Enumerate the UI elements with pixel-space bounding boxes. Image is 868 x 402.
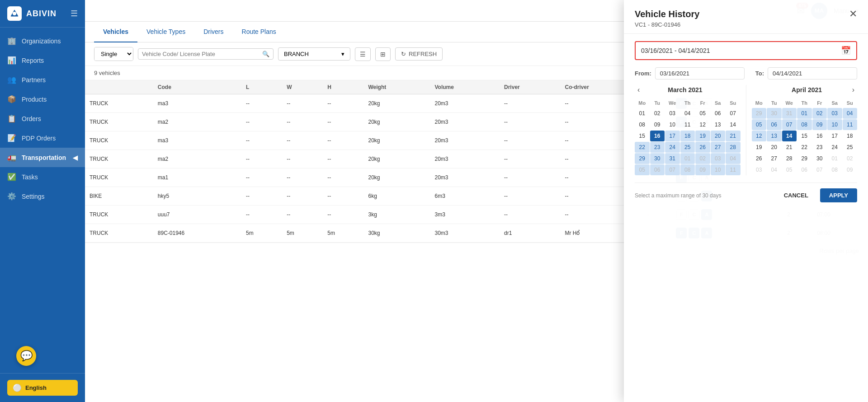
calendar-day[interactable]: 22 <box>635 142 650 153</box>
prev-month-button[interactable]: ‹ <box>635 85 642 95</box>
tab-drivers[interactable]: Drivers <box>194 22 232 42</box>
calendar-day[interactable]: 24 <box>827 142 842 153</box>
calendar-day[interactable]: 14 <box>782 131 797 141</box>
calendar-day[interactable]: 06 <box>650 164 665 175</box>
cancel-button[interactable]: CANCEL <box>777 188 816 202</box>
calendar-day[interactable]: 01 <box>635 108 650 119</box>
tab-route-plans[interactable]: Route Plans <box>233 22 285 42</box>
refresh-button[interactable]: ↻ REFRESH <box>395 47 443 61</box>
calendar-day[interactable]: 21 <box>726 131 741 141</box>
sidebar-item-orders[interactable]: 📋 Orders <box>0 109 85 128</box>
calendar-day[interactable]: 25 <box>843 142 858 153</box>
calendar-day[interactable]: 18 <box>843 131 858 141</box>
calendar-day[interactable]: 18 <box>680 131 695 141</box>
search-box[interactable]: 🔍 <box>138 48 274 60</box>
calendar-day[interactable]: 08 <box>797 119 812 130</box>
search-input[interactable] <box>142 51 259 57</box>
type-selector[interactable]: Single Multiple <box>94 47 133 61</box>
calendar-day[interactable]: 06 <box>767 119 782 130</box>
next-month-button[interactable]: › <box>849 85 857 95</box>
sidebar-item-reports[interactable]: 📊 Reports <box>0 51 85 70</box>
calendar-day[interactable]: 08 <box>635 119 650 130</box>
calendar-day[interactable]: 02 <box>650 108 665 119</box>
sidebar-item-transportation[interactable]: 🚛 Transportation ◀ <box>0 148 85 167</box>
calendar-day[interactable]: 24 <box>665 142 680 153</box>
grid-view-button[interactable]: ⊞ <box>375 47 391 61</box>
calendar-day[interactable]: 19 <box>695 131 710 141</box>
calendar-day[interactable]: 04 <box>680 108 695 119</box>
calendar-day[interactable]: 23 <box>812 142 827 153</box>
calendar-day[interactable]: 23 <box>650 142 665 153</box>
sidebar-item-products[interactable]: 📦 Products <box>0 89 85 109</box>
calendar-day[interactable]: 09 <box>695 164 710 175</box>
calendar-day[interactable]: 08 <box>680 164 695 175</box>
calendar-day[interactable]: 02 <box>695 153 710 164</box>
calendar-day[interactable]: 07 <box>726 108 741 119</box>
sidebar-item-settings[interactable]: ⚙️ Settings <box>0 187 85 206</box>
chat-fab[interactable]: 💬 <box>16 346 36 366</box>
branch-dropdown[interactable]: BRANCH ▾ <box>278 47 350 61</box>
calendar-day[interactable]: 30 <box>812 153 827 164</box>
calendar-day[interactable]: 05 <box>752 119 767 130</box>
filter-button[interactable]: ☰ <box>355 47 371 61</box>
tab-vehicles[interactable]: Vehicles <box>94 22 137 42</box>
calendar-day[interactable]: 29 <box>797 153 812 164</box>
calendar-day[interactable]: 28 <box>782 153 797 164</box>
calendar-day[interactable]: 09 <box>812 119 827 130</box>
calendar-day[interactable]: 07 <box>782 119 797 130</box>
calendar-day[interactable]: 03 <box>665 108 680 119</box>
sidebar-item-organizations[interactable]: 🏢 Organizations <box>0 31 85 51</box>
calendar-day[interactable]: 03 <box>711 153 726 164</box>
calendar-day[interactable]: 31 <box>782 108 797 119</box>
calendar-day[interactable]: 20 <box>711 131 726 141</box>
calendar-day[interactable]: 12 <box>752 131 767 141</box>
calendar-day[interactable]: 22 <box>797 142 812 153</box>
calendar-day[interactable]: 05 <box>695 108 710 119</box>
calendar-day[interactable]: 04 <box>843 108 858 119</box>
calendar-day[interactable]: 10 <box>711 164 726 175</box>
calendar-day[interactable]: 09 <box>650 119 665 130</box>
calendar-day[interactable]: 13 <box>711 119 726 130</box>
calendar-day[interactable]: 29 <box>635 153 650 164</box>
calendar-day[interactable]: 21 <box>782 142 797 153</box>
type-select-input[interactable]: Single Multiple <box>94 47 133 61</box>
calendar-day[interactable]: 16 <box>650 131 665 141</box>
calendar-day[interactable]: 25 <box>680 142 695 153</box>
apply-button[interactable]: APPLY <box>820 188 857 202</box>
calendar-day[interactable]: 17 <box>665 131 680 141</box>
language-selector[interactable]: ⚪ English <box>7 380 78 396</box>
calendar-day[interactable]: 30 <box>767 108 782 119</box>
date-range-trigger[interactable]: 03/16/2021 - 04/14/2021 📅 <box>635 41 857 60</box>
calendar-day[interactable]: 29 <box>752 108 767 119</box>
calendar-day[interactable]: 01 <box>680 153 695 164</box>
calendar-day[interactable]: 19 <box>752 142 767 153</box>
calendar-day[interactable]: 14 <box>726 119 741 130</box>
calendar-day[interactable]: 10 <box>665 119 680 130</box>
calendar-day[interactable]: 27 <box>711 142 726 153</box>
sidebar-item-pdp-orders[interactable]: 📝 PDP Orders <box>0 128 85 148</box>
calendar-day[interactable]: 01 <box>797 108 812 119</box>
calendar-day[interactable]: 26 <box>695 142 710 153</box>
calendar-day[interactable]: 26 <box>752 153 767 164</box>
tab-vehicle-types[interactable]: Vehicle Types <box>137 22 194 42</box>
hamburger-menu[interactable]: ☰ <box>71 9 78 19</box>
calendar-day[interactable]: 17 <box>827 131 842 141</box>
calendar-day[interactable]: 15 <box>797 131 812 141</box>
calendar-day[interactable]: 05 <box>635 164 650 175</box>
calendar-day[interactable]: 27 <box>767 153 782 164</box>
calendar-day[interactable]: 15 <box>635 131 650 141</box>
calendar-day[interactable]: 10 <box>827 119 842 130</box>
calendar-day[interactable]: 20 <box>767 142 782 153</box>
calendar-day[interactable]: 13 <box>767 131 782 141</box>
calendar-day[interactable]: 28 <box>726 142 741 153</box>
calendar-day[interactable]: 11 <box>680 119 695 130</box>
calendar-day[interactable]: 07 <box>665 164 680 175</box>
calendar-day[interactable]: 11 <box>726 164 741 175</box>
calendar-day[interactable]: 04 <box>726 153 741 164</box>
sidebar-item-partners[interactable]: 👥 Partners <box>0 70 85 89</box>
calendar-day[interactable]: 12 <box>695 119 710 130</box>
calendar-day[interactable]: 03 <box>827 108 842 119</box>
calendar-day[interactable]: 02 <box>812 108 827 119</box>
calendar-day[interactable]: 16 <box>812 131 827 141</box>
calendar-day[interactable]: 06 <box>711 108 726 119</box>
